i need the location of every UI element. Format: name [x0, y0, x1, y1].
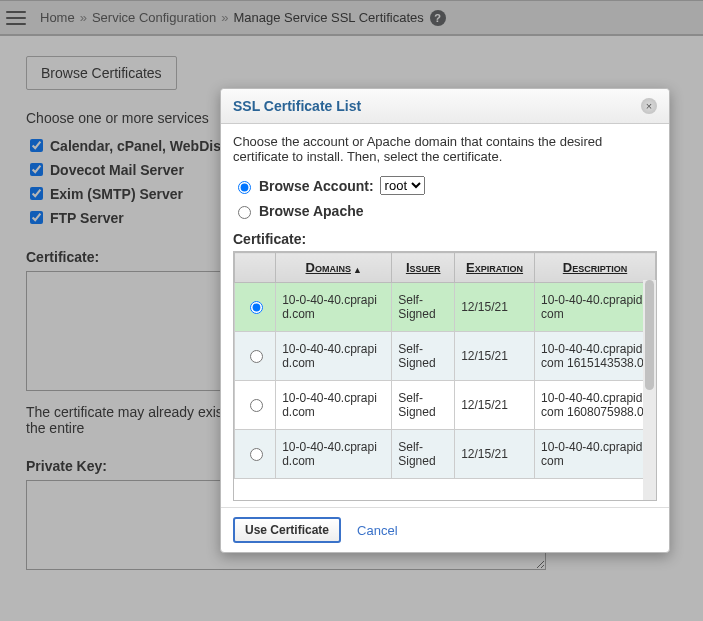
cell-expiration: 12/15/21 [455, 381, 535, 430]
cell-description: 10-0-40-40.cprapid.com 1615143538.0 [535, 332, 656, 381]
browse-apache-radio[interactable] [238, 206, 251, 219]
column-expiration[interactable]: Expiration [455, 253, 535, 283]
table-row[interactable]: 10-0-40-40.cprapid.com Self-Signed 12/15… [235, 283, 656, 332]
cert-select-radio[interactable] [250, 399, 263, 412]
certificate-table: Domains▲ Issuer Expiration Description 1… [234, 252, 656, 479]
dialog-title: SSL Certificate List [233, 98, 361, 114]
table-row[interactable]: 10-0-40-40.cprapid.com Self-Signed 12/15… [235, 332, 656, 381]
sort-asc-icon: ▲ [353, 265, 362, 275]
cert-select-radio[interactable] [250, 448, 263, 461]
column-description[interactable]: Description [535, 253, 656, 283]
scrollbar-thumb[interactable] [645, 280, 654, 390]
account-select[interactable]: root [380, 176, 425, 195]
browse-account-row: Browse Account: root [233, 176, 657, 195]
cell-domain: 10-0-40-40.cprapid.com [276, 381, 392, 430]
cell-issuer: Self-Signed [392, 381, 455, 430]
cell-description: 10-0-40-40.cprapid.com [535, 430, 656, 479]
certificate-heading: Certificate: [233, 231, 657, 247]
dialog-header: SSL Certificate List × [221, 89, 669, 124]
cell-domain: 10-0-40-40.cprapid.com [276, 332, 392, 381]
certificate-table-wrap: Domains▲ Issuer Expiration Description 1… [233, 251, 657, 501]
cell-expiration: 12/15/21 [455, 283, 535, 332]
table-row[interactable]: 10-0-40-40.cprapid.com Self-Signed 12/15… [235, 430, 656, 479]
cell-issuer: Self-Signed [392, 283, 455, 332]
cancel-link[interactable]: Cancel [357, 523, 397, 538]
cell-domain: 10-0-40-40.cprapid.com [276, 283, 392, 332]
dialog-body: Choose the account or Apache domain that… [221, 124, 669, 507]
close-icon[interactable]: × [641, 98, 657, 114]
table-scrollbar[interactable] [643, 280, 656, 500]
column-domains[interactable]: Domains▲ [276, 253, 392, 283]
cell-domain: 10-0-40-40.cprapid.com [276, 430, 392, 479]
dialog-footer: Use Certificate Cancel [221, 507, 669, 552]
column-select [235, 253, 276, 283]
browse-apache-label: Browse Apache [259, 203, 364, 219]
cert-select-radio[interactable] [250, 350, 263, 363]
browse-account-radio[interactable] [238, 181, 251, 194]
column-issuer[interactable]: Issuer [392, 253, 455, 283]
browse-account-label: Browse Account: [259, 178, 374, 194]
cell-expiration: 12/15/21 [455, 430, 535, 479]
cell-description: 10-0-40-40.cprapid.com [535, 283, 656, 332]
cell-expiration: 12/15/21 [455, 332, 535, 381]
cell-issuer: Self-Signed [392, 430, 455, 479]
cert-select-radio[interactable] [250, 301, 263, 314]
cell-issuer: Self-Signed [392, 332, 455, 381]
browse-apache-row: Browse Apache [233, 203, 657, 219]
cell-description: 10-0-40-40.cprapid.com 1608075988.0 [535, 381, 656, 430]
use-certificate-button[interactable]: Use Certificate [233, 517, 341, 543]
ssl-certificate-list-dialog: SSL Certificate List × Choose the accoun… [220, 88, 670, 553]
dialog-instruction: Choose the account or Apache domain that… [233, 134, 657, 164]
table-row[interactable]: 10-0-40-40.cprapid.com Self-Signed 12/15… [235, 381, 656, 430]
